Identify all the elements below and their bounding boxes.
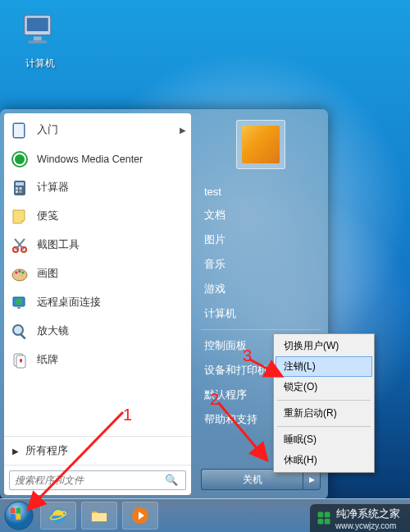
search-icon: 🔍: [165, 474, 178, 486]
watermark-logo-icon: [317, 511, 331, 525]
submenu-chevron-icon: ▶: [180, 126, 186, 135]
pinned-paint[interactable]: 画图: [4, 259, 191, 288]
svg-rect-23: [17, 307, 20, 309]
pinned-label: 画图: [37, 267, 186, 281]
start-menu-left-pane: 入门 ▶ Windows Media Center 计算器: [4, 113, 191, 495]
svg-rect-13: [16, 190, 18, 193]
svg-rect-10: [16, 182, 24, 186]
svg-rect-12: [20, 187, 22, 190]
pinned-snip[interactable]: 截图工具: [4, 231, 191, 259]
svg-rect-1: [27, 18, 48, 31]
all-programs-label: 所有程序: [25, 444, 68, 458]
power-separator-2: [277, 426, 371, 427]
svg-rect-2: [34, 37, 42, 41]
pinned-label: 计算器: [37, 181, 186, 195]
right-music[interactable]: 音乐: [201, 252, 321, 277]
desktop-icon-computer[interactable]: 计算机: [11, 10, 69, 71]
svg-rect-5: [14, 124, 24, 137]
pinned-getting-started[interactable]: 入门 ▶: [4, 116, 191, 144]
pinned-magnifier[interactable]: 放大镜: [4, 317, 191, 346]
svg-rect-32: [92, 513, 107, 521]
computer-icon: [19, 43, 61, 55]
ie-icon: [48, 506, 68, 525]
power-switch-user[interactable]: 切换用户(W): [276, 336, 372, 356]
svg-point-20: [21, 271, 24, 273]
watermark-title: 纯净系统之家: [336, 507, 400, 521]
svg-point-18: [15, 271, 17, 273]
right-games[interactable]: 游戏: [201, 277, 321, 301]
svg-rect-35: [318, 512, 324, 518]
right-separator: [201, 329, 321, 330]
pinned-label: 入门: [37, 123, 180, 137]
taskbar-wmp[interactable]: [122, 502, 158, 530]
svg-rect-11: [16, 187, 18, 190]
search-wrap: 🔍: [4, 465, 191, 495]
svg-rect-38: [325, 519, 330, 525]
pinned-label: 截图工具: [37, 238, 186, 252]
sticky-icon: [9, 206, 30, 227]
svg-point-8: [15, 154, 25, 164]
power-lock[interactable]: 锁定(O): [276, 377, 372, 397]
book-icon: [9, 120, 30, 141]
snip-icon: [9, 235, 30, 256]
svg-rect-3: [28, 40, 47, 43]
power-options-popup: 切换用户(W) 注销(L) 锁定(O) 重新启动(R) 睡眠(S) 休眠(H): [273, 333, 375, 473]
svg-rect-37: [318, 519, 324, 525]
watermark-url: www.ycwjzy.com: [335, 521, 400, 530]
calc-icon: [9, 177, 30, 199]
power-log-off[interactable]: 注销(L): [276, 356, 372, 377]
pinned-label: 放大镜: [37, 324, 186, 338]
paint-icon: [9, 264, 30, 285]
magnify-icon: [9, 321, 30, 342]
wmc-icon: [9, 149, 30, 170]
watermark: 纯净系统之家 www.ycwjzy.com: [310, 504, 410, 532]
right-computer[interactable]: 计算机: [201, 301, 321, 326]
user-avatar-frame[interactable]: [236, 120, 285, 169]
shutdown-label: 关机: [243, 473, 262, 487]
windows-orb-icon: [4, 501, 34, 530]
search-input[interactable]: [9, 470, 186, 490]
right-pictures[interactable]: 图片: [201, 227, 321, 252]
start-button[interactable]: [2, 499, 35, 532]
right-documents[interactable]: 文档: [201, 203, 321, 227]
power-sleep[interactable]: 睡眠(S): [276, 429, 372, 450]
pinned-rdp[interactable]: 远程桌面连接: [4, 288, 191, 317]
all-programs[interactable]: ▶ 所有程序: [4, 436, 191, 465]
svg-rect-36: [325, 512, 330, 518]
pinned-calculator[interactable]: 计算器: [4, 173, 191, 202]
svg-rect-14: [20, 190, 22, 193]
rdp-icon: [9, 292, 30, 314]
cards-icon: [9, 350, 30, 371]
folder-icon: [89, 506, 109, 525]
taskbar-ie[interactable]: [40, 502, 76, 530]
right-user-name[interactable]: test: [201, 181, 321, 203]
taskbar-explorer[interactable]: [81, 502, 117, 530]
svg-rect-26: [20, 333, 25, 339]
wmp-icon: [130, 506, 150, 525]
pinned-sticky[interactable]: 便笺: [4, 202, 191, 231]
all-programs-chevron-icon: ▶: [12, 447, 19, 456]
pinned-label: 纸牌: [37, 353, 186, 367]
power-restart[interactable]: 重新启动(R): [276, 403, 372, 424]
pinned-label: 便笺: [37, 209, 186, 223]
pinned-solitaire[interactable]: 纸牌: [4, 346, 191, 374]
svg-point-24: [16, 298, 22, 305]
svg-point-21: [20, 274, 23, 277]
power-separator-1: [277, 400, 371, 401]
chevron-right-icon: ▶: [309, 475, 315, 484]
pinned-wmc[interactable]: Windows Media Center: [4, 144, 191, 173]
pinned-label: 远程桌面连接: [37, 296, 186, 310]
user-avatar: [242, 126, 280, 163]
desktop-icon-label: 计算机: [11, 57, 69, 71]
power-hibernate[interactable]: 休眠(H): [276, 450, 372, 470]
svg-point-19: [18, 269, 20, 272]
desktop: 计算机 入门 ▶ Windows Media Center: [0, 0, 410, 532]
pinned-list: 入门 ▶ Windows Media Center 计算器: [4, 113, 191, 436]
pinned-label: Windows Media Center: [37, 154, 186, 165]
